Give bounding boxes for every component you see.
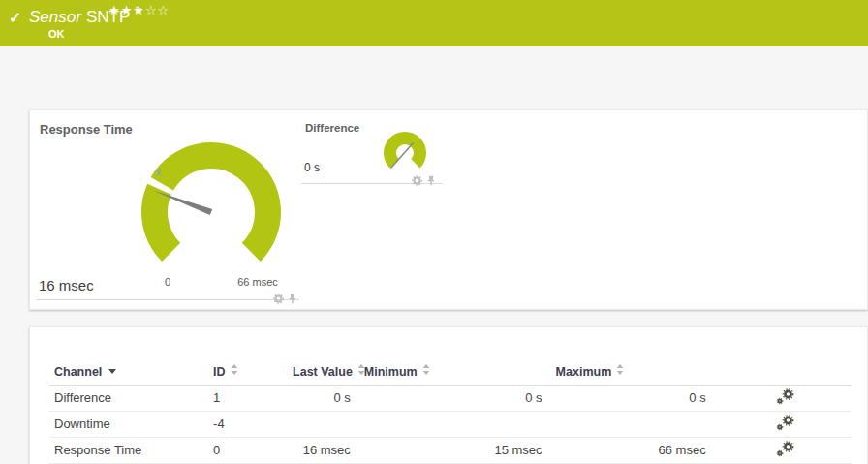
stars-filled[interactable]: ★★★ bbox=[108, 3, 145, 17]
priority-stars[interactable]: ★★★☆☆ bbox=[108, 3, 170, 17]
gauge-scale-max: 66 msec bbox=[228, 276, 288, 288]
channel-last-value: 0 s bbox=[293, 385, 364, 411]
channels-table: Channel ID Last Value Minimum Maximum Di… bbox=[49, 359, 852, 464]
edit-channel-gears-icon[interactable] bbox=[776, 441, 794, 460]
channel-name[interactable]: Difference bbox=[49, 385, 213, 411]
table-row: Difference 1 0 s 0 s 0 s bbox=[49, 385, 852, 411]
difference-panel: Difference 0 s bbox=[301, 114, 443, 184]
sensor-header: ✓ SensorSNTP⚐ ★★★☆☆ OK bbox=[0, 0, 868, 46]
channel-maximum: 0 s bbox=[556, 385, 720, 411]
channel-last-value bbox=[293, 411, 364, 437]
table-row: Response Time 0 16 msec 15 msec 66 msec bbox=[49, 437, 852, 463]
column-header-channel[interactable]: Channel bbox=[49, 359, 213, 385]
response-time-gauge: x̄ bbox=[129, 120, 294, 294]
sort-icon bbox=[231, 364, 238, 378]
tab-bar: Overview Live Data 2 days 30 days bbox=[0, 46, 868, 109]
channel-minimum: 15 msec bbox=[364, 437, 556, 463]
channel-name[interactable]: Downtime bbox=[49, 411, 213, 437]
channel-minimum: 0 s bbox=[364, 385, 556, 411]
gauges-card: Response Time x̄ 0 66 msec 16 msec bbox=[29, 109, 868, 310]
prtg-sensor-page: ✓ SensorSNTP⚐ ★★★☆☆ OK Overview bbox=[0, 0, 868, 464]
channel-title: Response Time bbox=[40, 122, 133, 137]
edit-channel-gears-icon[interactable] bbox=[776, 388, 794, 408]
sort-icon bbox=[422, 364, 430, 378]
channels-table-card: Channel ID Last Value Minimum Maximum Di… bbox=[29, 326, 868, 464]
column-header-id[interactable]: ID bbox=[213, 359, 293, 385]
channel-settings-gear-icon[interactable] bbox=[273, 291, 284, 308]
column-header-actions bbox=[720, 359, 852, 385]
column-header-minimum[interactable]: Minimum bbox=[364, 359, 556, 385]
channel-settings-gear-icon[interactable] bbox=[412, 172, 422, 190]
sort-icon bbox=[616, 364, 624, 378]
channel-maximum: 66 msec bbox=[556, 437, 720, 463]
last-value: 16 msec bbox=[39, 277, 94, 294]
channel-name[interactable]: Response Time bbox=[49, 437, 213, 463]
average-marker: x̄ bbox=[156, 167, 162, 178]
pin-gauge-icon[interactable] bbox=[426, 172, 436, 190]
sort-desc-icon bbox=[108, 369, 116, 374]
pin-gauge-icon[interactable] bbox=[288, 291, 297, 308]
column-header-last-value[interactable]: Last Value bbox=[293, 359, 364, 385]
channel-id: 0 bbox=[213, 437, 293, 463]
table-header-row: Channel ID Last Value Minimum Maximum bbox=[49, 359, 852, 385]
status-badge: OK bbox=[48, 28, 65, 40]
channel-minimum bbox=[364, 411, 556, 437]
channel-id: 1 bbox=[213, 385, 293, 411]
last-value: 0 s bbox=[304, 161, 320, 174]
channel-id: -4 bbox=[213, 411, 293, 437]
response-time-panel: Response Time x̄ 0 66 msec 16 msec bbox=[36, 114, 299, 300]
stars-empty[interactable]: ☆☆ bbox=[145, 3, 170, 17]
channel-last-value: 16 msec bbox=[293, 437, 364, 463]
status-check-icon: ✓ bbox=[9, 9, 21, 27]
gauge-scale-min: 0 bbox=[158, 276, 177, 288]
channel-title: Difference bbox=[305, 122, 359, 134]
channel-maximum bbox=[556, 411, 720, 437]
sensor-type-label: Sensor bbox=[29, 8, 81, 26]
column-header-maximum[interactable]: Maximum bbox=[556, 359, 720, 385]
edit-channel-gears-icon[interactable] bbox=[776, 415, 794, 434]
difference-gauge bbox=[381, 128, 429, 176]
table-row: Downtime -4 bbox=[49, 411, 852, 437]
